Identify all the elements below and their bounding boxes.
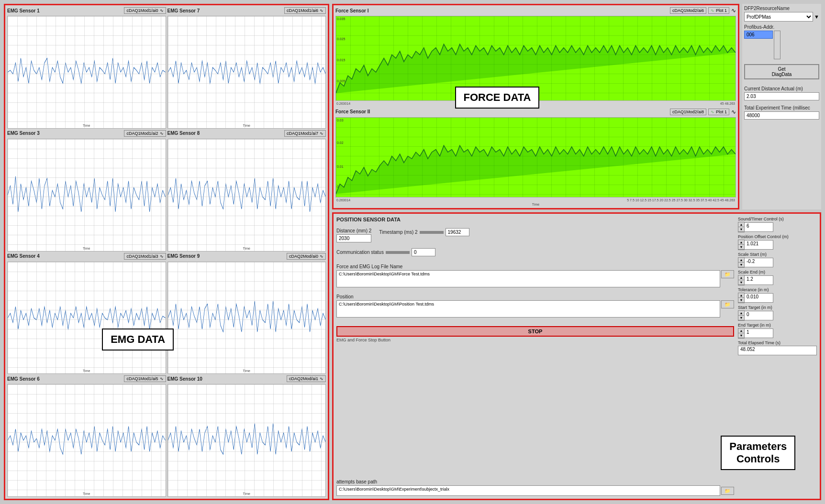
total-experiment-label: Total Experiment Time (millisec: [744, 105, 819, 110]
total-elapsed-label: Total Elapsed Time (s): [738, 340, 817, 345]
end-target-field: End Target (in m) ▲ ▼ 1: [738, 323, 817, 339]
force-sensor-2-waveform-icon[interactable]: ∿: [731, 109, 736, 115]
total-elapsed-field: Total Elapsed Time (s) 48.052: [738, 340, 817, 355]
tolerance-spinner[interactable]: ▲ ▼: [738, 293, 745, 303]
position-offset-up[interactable]: ▲: [738, 240, 744, 245]
emg-sensor-9-chart: Time: [167, 262, 326, 374]
dfp-resource-name-select[interactable]: ProfDPMas: [744, 12, 813, 22]
position-file-value[interactable]: C:\Users\Boromin\Desktop\GM\Position Tes…: [336, 300, 720, 318]
position-file-label: Position: [336, 294, 734, 299]
emg-sensor-9-title: EMG Sensor 9: [167, 253, 200, 259]
force-data-label: FORCE DATA: [455, 87, 540, 109]
attempts-browse-button[interactable]: 📁: [721, 487, 735, 495]
start-target-down[interactable]: ▼: [738, 316, 744, 320]
dfp-resource-name-dropdown-icon: ▼: [814, 14, 819, 20]
force-panel: Force Sensor I cDAQ1Mod2/ai6 ∿ Plot 1 ∿: [332, 4, 739, 209]
total-experiment-value: 48000: [744, 111, 819, 120]
attempts-value[interactable]: C:\Users\Boromin\Desktop\GM\Experiment\s…: [336, 485, 720, 496]
position-offset-label: Position Offset Control (m): [738, 234, 817, 239]
tolerance-down[interactable]: ▼: [738, 298, 744, 303]
emg-sensor-7-block: EMG Sensor 7 cDAQ1Mod1/ai6 ∿ Time: [167, 7, 326, 129]
emg-sensor-1-title: EMG Sensor 1: [7, 8, 40, 13]
force-sensor-2-plot[interactable]: ∿ Plot 1: [708, 109, 729, 115]
emg-sensor-3-channel[interactable]: cDAQ1Mod1/ai2 ∿: [124, 130, 166, 137]
scale-end-up[interactable]: ▲: [738, 275, 744, 280]
scale-end-label: Scale End (m): [738, 270, 817, 274]
emg-sensor-10-channel[interactable]: cDAQ2Mod/ai1 ∿: [287, 375, 326, 382]
timestamp-label: Timestamp (ms) 2: [379, 230, 417, 235]
start-target-label: Start Target (in m): [738, 305, 817, 310]
emg-sensor-6-chart: Time: [7, 384, 166, 497]
scale-start-up[interactable]: ▲: [738, 258, 744, 263]
scale-start-spinner[interactable]: ▲ ▼: [738, 257, 745, 268]
params-controls-label: ParametersControls: [721, 436, 795, 470]
force-sensor-1-title: Force Sensor I: [335, 8, 368, 13]
sound-timer-down[interactable]: ▼: [738, 227, 744, 232]
scale-start-down[interactable]: ▼: [738, 263, 744, 267]
position-offset-spinner[interactable]: ▲ ▼: [738, 240, 745, 250]
end-target-up[interactable]: ▲: [738, 329, 744, 333]
force-sensor-1-waveform-icon[interactable]: ∿: [731, 7, 736, 14]
scale-end-value[interactable]: 1.2: [745, 275, 773, 285]
sound-timer-spinner[interactable]: ▲ ▼: [738, 222, 745, 232]
end-target-down[interactable]: ▼: [738, 333, 744, 338]
dfp-resource-name-label: DFP2ResourceName: [744, 6, 819, 11]
end-target-label: End Target (in m): [738, 323, 817, 328]
emg-sensor-8-title: EMG Sensor 8: [167, 131, 200, 136]
position-sensor-left: POSITION SENSOR DATA Distance (mm) 2 203…: [336, 217, 734, 496]
start-target-value[interactable]: 0: [745, 311, 773, 320]
emg-sensor-8-channel[interactable]: cDAQ1Mod1/ai7 ∿: [284, 130, 326, 137]
emg-sensor-10-chart: Time: [167, 384, 326, 497]
start-target-up[interactable]: ▲: [738, 311, 744, 316]
emg-sensor-1-channel[interactable]: cDAQ1Mod1/ai0 ∿: [124, 7, 166, 14]
tolerance-up[interactable]: ▲: [738, 293, 744, 298]
emg-sensor-6-title: EMG Sensor 6: [7, 376, 40, 382]
position-sensor-panel: POSITION SENSOR DATA Distance (mm) 2 203…: [332, 212, 821, 500]
position-section-title: POSITION SENSOR DATA: [336, 217, 401, 222]
emg-sensor-6-block: EMG Sensor 6 cDAQ1Mod1/ai5 ∿ Time: [7, 375, 166, 497]
stop-button[interactable]: STOP: [336, 326, 734, 337]
scale-start-label: Scale Start (m): [738, 252, 817, 257]
emg-sensor-8-block: EMG Sensor 8 cDAQ1Mod1/ai7 ∿ Time: [167, 130, 326, 252]
force-sensor-2-chart: 0.03 0.02 0.01 0: [335, 117, 736, 198]
tolerance-value[interactable]: 0.010: [745, 293, 773, 303]
emg-sensor-1-block: EMG Sensor 1 cDAQ1Mod1/ai0 ∿ Time: [7, 7, 166, 129]
get-diag-data-button[interactable]: Get DiagData: [744, 64, 819, 79]
emg-sensor-6-channel[interactable]: cDAQ1Mod1/ai5 ∿: [124, 375, 166, 382]
dfp-profibus-scrollbar[interactable]: [774, 31, 780, 59]
scale-end-field: Scale End (m) ▲ ▼ 1.2: [738, 270, 817, 285]
force-sensor-1-plot[interactable]: ∿ Plot 1: [708, 7, 729, 14]
scale-start-value[interactable]: -0.2: [745, 258, 773, 267]
log-file-browse-button[interactable]: 📁: [721, 270, 735, 278]
tolerance-label: Tolerance (in m): [738, 287, 817, 292]
emg-sensor-7-title: EMG Sensor 7: [167, 8, 200, 13]
distance-value: 2030: [336, 234, 371, 242]
attempts-label: attempts base path: [336, 479, 734, 484]
dfp-profibus-label: Profibus-Addr.: [744, 24, 819, 30]
log-file-value[interactable]: C:\Users\Boromin\Desktop\GM\Force Test.t…: [336, 270, 720, 287]
emg-sensor-10-block: EMG Sensor 10 cDAQ2Mod/ai1 ∿ Time: [167, 375, 326, 497]
timestamp-indicator: [420, 231, 444, 234]
dfp-profibus-value[interactable]: 006: [744, 31, 773, 39]
scale-end-spinner[interactable]: ▲ ▼: [738, 275, 745, 285]
end-target-spinner[interactable]: ▲ ▼: [738, 328, 745, 339]
force-sensor-2-channel[interactable]: cDAQ1Mod2/ai8: [670, 109, 706, 115]
emg-sensor-7-channel[interactable]: cDAQ1Mod1/ai6 ∿: [284, 7, 326, 14]
scale-end-down[interactable]: ▼: [738, 280, 744, 285]
log-file-label: Force and EMG Log File Name: [336, 264, 734, 269]
position-offset-value[interactable]: 1.021: [745, 240, 773, 250]
position-file-browse-button[interactable]: 📁: [721, 300, 735, 308]
emg-sensor-9-channel[interactable]: cDAQ2Mod/ai0 ∿: [287, 253, 326, 260]
sound-timer-up[interactable]: ▲: [738, 222, 744, 227]
emg-sensor-4-chart: Time: [7, 262, 166, 374]
start-target-spinner[interactable]: ▲ ▼: [738, 310, 745, 321]
dfp-resource-name-field: DFP2ResourceName ProfDPMas ▼: [744, 6, 819, 22]
force-sensor-1-channel[interactable]: cDAQ1Mod2/ai6: [670, 7, 706, 14]
position-offset-field: Position Offset Control (m) ▲ ▼ 1.021: [738, 234, 817, 250]
end-target-value[interactable]: 1: [745, 329, 773, 338]
sound-timer-value[interactable]: 6: [745, 222, 773, 232]
emg-sensor-4-channel[interactable]: cDAQ1Mod1/ai3 ∿: [124, 253, 166, 260]
position-offset-down[interactable]: ▼: [738, 245, 744, 250]
dfp-panel: DFP2ResourceName ProfDPMas ▼ Profibus-Ad…: [742, 4, 821, 209]
current-distance-value: 2.03: [744, 92, 819, 100]
